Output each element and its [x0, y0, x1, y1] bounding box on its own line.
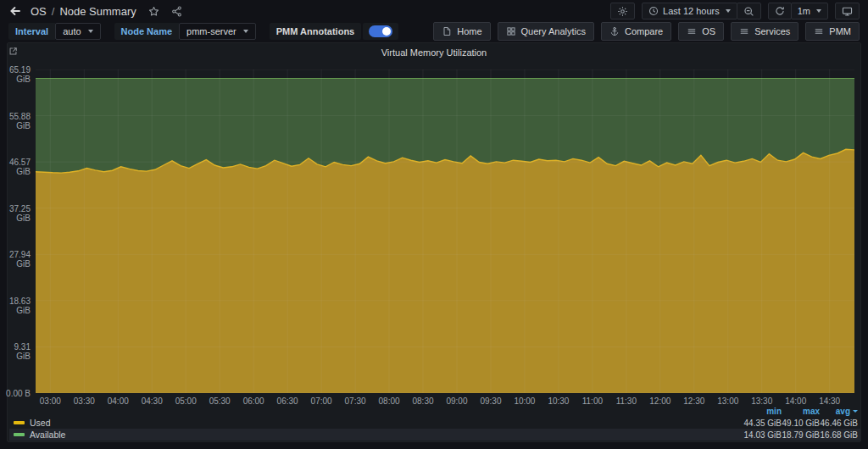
gear-icon [617, 6, 628, 17]
x-axis-label: 10:00 [514, 396, 535, 406]
chevron-down-icon [816, 9, 821, 13]
breadcrumb: OS / Node Summary [31, 5, 136, 18]
x-axis-label: 03:30 [74, 396, 95, 406]
os-menu-label: OS [702, 26, 715, 36]
back-arrow-button[interactable] [8, 4, 22, 18]
breadcrumb-separator: / [52, 5, 55, 18]
x-axis-label: 03:00 [40, 396, 61, 406]
legend-row-used: Used44.35 GiB49.10 GiB46.46 GiB [9, 417, 860, 429]
x-axis-label: 12:00 [649, 396, 670, 406]
node-name-select[interactable]: pmm-server [179, 23, 256, 40]
compare-link-button[interactable]: Compare [601, 22, 671, 41]
pmm-menu-button[interactable]: PMM [805, 22, 860, 41]
y-axis-label: 65.19 GiB [6, 65, 31, 84]
x-axis-label: 07:30 [345, 396, 366, 406]
legend-max-value: 18.79 GiB [782, 430, 820, 440]
y-axis-label: 9.31 GiB [6, 342, 31, 361]
legend-min-value: 44.35 GiB [743, 419, 782, 428]
available-area [36, 79, 854, 174]
compare-link-label: Compare [625, 26, 663, 36]
zoom-out-icon [743, 6, 754, 17]
time-range-picker[interactable]: Last 12 hours [642, 3, 737, 19]
node-name-value: pmm-server [186, 26, 236, 36]
legend-sort-max[interactable]: max [782, 407, 820, 416]
x-axis-label: 04:00 [108, 396, 129, 406]
y-axis-label: 37.25 GiB [6, 204, 31, 223]
grafana-dashboard: OS / Node Summary [0, 0, 868, 449]
kiosk-mode-button[interactable] [835, 3, 860, 19]
chevron-down-icon [88, 30, 93, 33]
variables-toolbar: Interval auto Node Name pmm-server PMM A… [0, 20, 868, 42]
x-axis-label: 08:00 [379, 396, 400, 406]
pmm-menu-label: PMM [829, 26, 851, 36]
x-axis-label: 14:30 [819, 396, 840, 406]
pmm-annotations-label: PMM Annotations [270, 23, 361, 40]
external-link-icon[interactable] [8, 44, 22, 58]
x-axis-label: 04:30 [142, 396, 163, 406]
refresh-interval-dropdown[interactable]: 1m [791, 3, 828, 19]
legend-avg-value: 46.46 GiB [820, 419, 858, 428]
bars-icon [814, 26, 824, 36]
bars-icon [687, 26, 697, 36]
services-menu-button[interactable]: Services [731, 22, 798, 41]
x-axis-label: 10:30 [548, 396, 569, 406]
os-menu-button[interactable]: OS [678, 22, 724, 41]
y-axis: 0.00 B9.31 GiB18.63 GiB27.94 GiB37.25 Gi… [8, 69, 32, 393]
virtual-memory-panel: Virtual Memory Utilization 0.00 B9.31 Gi… [7, 42, 861, 442]
refresh-button[interactable] [768, 3, 792, 19]
sort-caret-icon [853, 410, 858, 413]
query-analytics-link-label: Query Analytics [521, 26, 586, 36]
x-axis-label: 06:00 [243, 396, 264, 406]
interval-select[interactable]: auto [55, 23, 100, 40]
used-area [36, 149, 854, 393]
interval-value: auto [63, 26, 81, 36]
zoom-out-time-button[interactable] [737, 3, 761, 19]
x-axis-label: 09:00 [446, 396, 467, 406]
legend-min-value: 14.03 GiB [743, 430, 782, 440]
chart-legend: minmaxavgUsed44.35 GiB49.10 GiB46.46 GiB… [9, 406, 860, 441]
y-axis-label: 0.00 B [6, 389, 31, 398]
legend-sort-avg[interactable]: avg [820, 407, 858, 416]
dashboard-header: OS / Node Summary [0, 0, 868, 20]
star-icon[interactable] [148, 6, 159, 17]
legend-sort-min[interactable]: min [743, 407, 782, 416]
x-axis-label: 05:00 [175, 396, 197, 406]
grid-icon [506, 26, 516, 36]
anchor-icon [609, 26, 620, 36]
y-axis-label: 55.88 GiB [6, 112, 31, 130]
x-axis-label: 11:00 [582, 396, 603, 406]
bars-icon [739, 26, 749, 36]
legend-series-name[interactable]: Available [30, 430, 743, 440]
time-range-label: Last 12 hours [663, 6, 720, 16]
chart-plot-area[interactable] [36, 69, 854, 393]
legend-series-name[interactable]: Used [30, 418, 743, 428]
x-axis-label: 06:30 [277, 396, 298, 406]
refresh-interval-label: 1m [798, 6, 810, 16]
breadcrumb-folder[interactable]: OS [31, 5, 47, 18]
panel-title[interactable]: Virtual Memory Utilization [8, 47, 860, 58]
x-axis-label: 05:30 [209, 396, 231, 406]
x-axis-label: 12:30 [683, 396, 704, 406]
y-axis-label: 18.63 GiB [6, 297, 31, 315]
node-name-label: Node Name [114, 23, 180, 40]
pmm-annotations-toggle[interactable] [363, 23, 398, 40]
x-axis-label: 07:00 [311, 396, 332, 406]
x-axis-label: 09:30 [480, 396, 501, 406]
x-axis-label: 13:00 [717, 396, 738, 406]
home-link-button[interactable]: Home [433, 22, 490, 41]
share-icon[interactable] [171, 6, 182, 17]
dashboard-settings-button[interactable] [610, 3, 635, 19]
pmm-annotations-control: PMM Annotations [270, 23, 398, 40]
chevron-down-icon [243, 30, 248, 33]
y-axis-label: 27.94 GiB [6, 250, 31, 269]
refresh-icon [775, 6, 785, 16]
chevron-down-icon [726, 9, 731, 13]
x-axis-label: 13:30 [751, 396, 772, 406]
home-dashboard-icon [442, 26, 452, 36]
y-axis-label: 46.57 GiB [6, 158, 31, 176]
x-axis-label: 14:00 [785, 396, 806, 406]
legend-row-available: Available14.03 GiB18.79 GiB16.68 GiB [9, 429, 860, 441]
memory-area-chart [36, 69, 854, 393]
query-analytics-link-button[interactable]: Query Analytics [498, 22, 594, 41]
legend-series-color-icon [14, 433, 25, 436]
